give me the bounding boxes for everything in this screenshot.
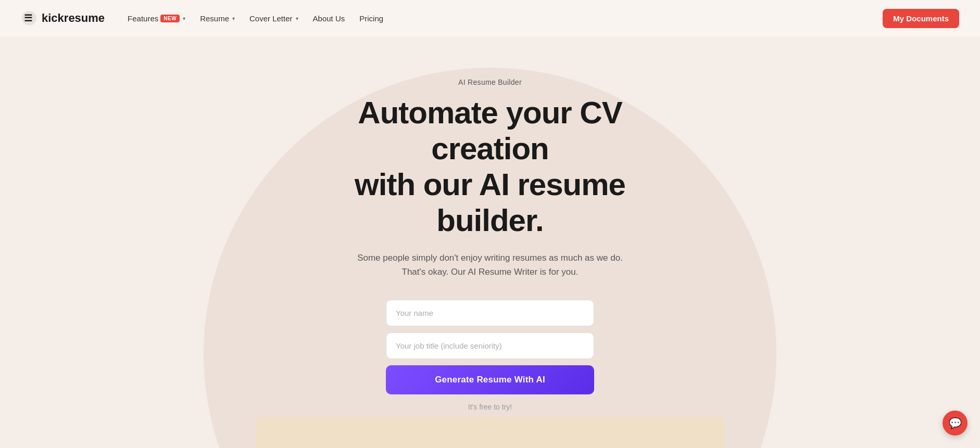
navbar-left: ☰ kickresume Features NEW ▾ Resume ▾ Cov… (21, 10, 390, 27)
svg-text:☰: ☰ (24, 13, 32, 23)
navbar: ☰ kickresume Features NEW ▾ Resume ▾ Cov… (0, 0, 980, 36)
logo-link[interactable]: ☰ kickresume (21, 10, 105, 27)
nav-item-features[interactable]: Features NEW ▾ (121, 10, 192, 27)
hero-subtitle: Some people simply don't enjoy writing r… (308, 251, 672, 279)
chat-bubble-button[interactable]: 💬 (943, 411, 968, 436)
hero-title-line2: with our AI resume builder. (355, 167, 625, 238)
hero-title-line1: Automate your CV creation (358, 95, 622, 166)
name-input[interactable] (386, 300, 594, 326)
logo-text: kickresume (42, 11, 105, 25)
hero-content: AI Resume Builder Automate your CV creat… (308, 78, 672, 411)
cover-letter-chevron-icon: ▾ (296, 16, 298, 21)
hero-form: Generate Resume With AI It's free to try… (386, 300, 594, 411)
my-documents-button[interactable]: My Documents (883, 9, 959, 28)
preview-bar (256, 417, 724, 448)
chat-icon: 💬 (949, 417, 962, 429)
nav-item-resume[interactable]: Resume ▾ (194, 10, 241, 27)
nav-links: Features NEW ▾ Resume ▾ Cover Letter ▾ A… (121, 10, 390, 27)
job-title-input[interactable] (386, 332, 594, 359)
nav-resume-label: Resume (200, 14, 229, 23)
nav-features-label: Features (128, 14, 158, 23)
nav-item-cover-letter[interactable]: Cover Letter ▾ (243, 10, 305, 27)
nav-cover-letter-label: Cover Letter (249, 14, 293, 23)
nav-item-pricing[interactable]: Pricing (353, 10, 390, 27)
hero-title: Automate your CV creation with our AI re… (308, 95, 672, 238)
generate-resume-button[interactable]: Generate Resume With AI (386, 365, 594, 394)
logo-icon: ☰ (21, 10, 37, 27)
nav-item-about-us[interactable]: About Us (307, 10, 351, 27)
resume-chevron-icon: ▾ (232, 16, 235, 21)
nav-about-us-label: About Us (313, 14, 345, 23)
free-to-try-text: It's free to try! (386, 403, 594, 411)
new-badge: NEW (160, 15, 180, 22)
hero-section: AI Resume Builder Automate your CV creat… (0, 36, 980, 448)
nav-pricing-label: Pricing (359, 14, 383, 23)
ai-badge: AI Resume Builder (308, 78, 672, 86)
hero-subtitle-line2: That's okay. Our AI Resume Writer is for… (402, 267, 579, 277)
hero-subtitle-line1: Some people simply don't enjoy writing r… (357, 253, 623, 263)
features-chevron-icon: ▾ (183, 16, 185, 21)
